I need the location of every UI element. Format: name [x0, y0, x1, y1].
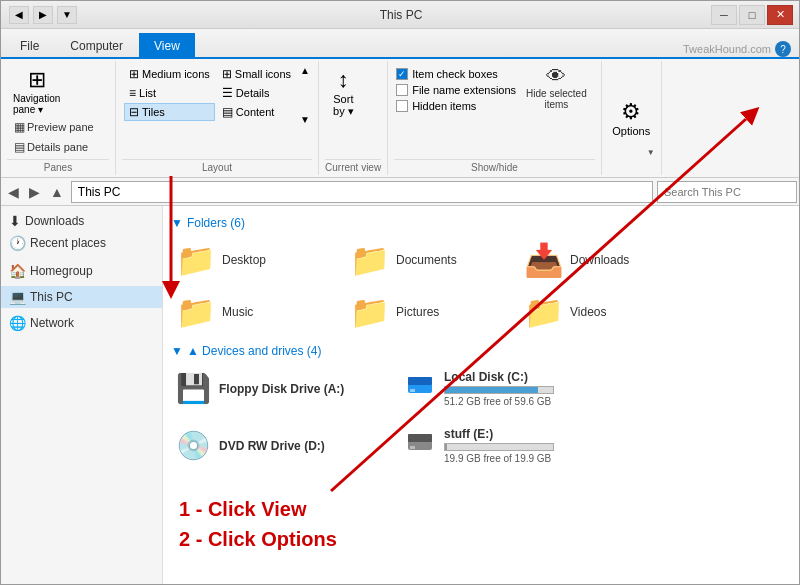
tiles-icon: ⊟	[129, 105, 139, 119]
item-check-boxes-toggle[interactable]: ✓ Item check boxes	[396, 67, 516, 81]
hidden-items-toggle[interactable]: Hidden items	[396, 99, 516, 113]
list-icon: ≡	[129, 86, 136, 100]
pictures-folder-icon: 📁	[350, 293, 390, 331]
e-drive-bar-bg	[444, 443, 554, 451]
layout-scroll-arrows: ▲ ▼	[298, 65, 310, 125]
videos-folder-icon: 📁	[524, 293, 564, 331]
drive-local-c[interactable]: Local Disk (C:) 51.2 GB free of 59.6 GB	[397, 364, 617, 413]
devices-header-label: ▲ Devices and drives (4)	[187, 344, 322, 358]
folder-downloads[interactable]: 📥 Downloads	[517, 236, 687, 284]
details-icon: ▤	[14, 140, 25, 154]
annotation-line1: 1 - Click View	[179, 494, 795, 524]
file-name-extensions-toggle[interactable]: File name extensions	[396, 83, 516, 97]
ribbon-group-layout: ⊞ Medium icons ≡ List ⊟ Tiles ⊞	[116, 61, 319, 175]
layout-item-tiles[interactable]: ⊟ Tiles	[124, 103, 215, 121]
forward-button[interactable]: ▶	[26, 184, 43, 200]
devices-collapse-arrow: ▼	[171, 344, 183, 358]
sidebar-item-homegroup[interactable]: 🏠 Homegroup	[1, 260, 162, 282]
sort-by-btn[interactable]: ↕ Sortby ▾	[327, 65, 360, 120]
show-hide-label: Show/hide	[394, 159, 595, 173]
tab-view[interactable]: View	[139, 33, 195, 57]
medium-icons-icon: ⊞	[129, 67, 139, 81]
minimize-button[interactable]: ─	[711, 5, 737, 25]
folders-section-header[interactable]: ▼ Folders (6)	[169, 212, 795, 232]
c-drive-bar-fill	[445, 387, 538, 393]
c-drive-bar-bg	[444, 386, 554, 394]
layout-group-label: Layout	[122, 159, 312, 173]
devices-section-header[interactable]: ▼ ▲ Devices and drives (4)	[169, 340, 795, 360]
hide-selected-btn[interactable]: 👁 Hide selecteditems	[520, 65, 593, 110]
file-area: ▼ Folders (6) 📁 Desktop 📁 Documents 📥 Do…	[163, 206, 800, 585]
folder-pictures[interactable]: 📁 Pictures	[343, 288, 513, 336]
tab-file[interactable]: File	[5, 33, 54, 57]
ribbon-group-panes: ⊞ Navigationpane ▾ ▦ Preview pane ▤ Deta…	[1, 61, 116, 175]
qa-back[interactable]: ◀	[9, 6, 29, 24]
stuff-drive-icon	[404, 426, 436, 465]
recent-places-icon: 🕐	[9, 235, 26, 251]
sidebar-item-this-pc[interactable]: 💻 This PC	[1, 286, 162, 308]
address-bar: ◀ ▶ ▲	[1, 178, 800, 206]
options-button[interactable]: ⚙ Options ▼	[602, 61, 662, 175]
ribbon: ⊞ Navigationpane ▾ ▦ Preview pane ▤ Deta…	[1, 59, 800, 178]
navigation-pane-btn[interactable]: ⊞ Navigationpane ▾	[9, 65, 64, 117]
maximize-button[interactable]: □	[739, 5, 765, 25]
ribbon-group-show-hide: ✓ Item check boxes File name extensions …	[388, 61, 602, 175]
ribbon-tab-bar: File Computer View TweakHound.com ?	[1, 29, 800, 59]
nav-pane-label: Navigationpane ▾	[13, 93, 60, 115]
drive-dvd-d[interactable]: 💿 DVD RW Drive (D:)	[169, 421, 389, 470]
sidebar-item-downloads[interactable]: ⬇ Downloads	[1, 210, 162, 232]
homegroup-icon: 🏠	[9, 263, 26, 279]
folder-documents[interactable]: 📁 Documents	[343, 236, 513, 284]
close-button[interactable]: ✕	[767, 5, 793, 25]
sidebar-item-network[interactable]: 🌐 Network	[1, 312, 162, 334]
options-dropdown-arrow: ▼	[647, 148, 655, 157]
sidebar-item-recent-places[interactable]: 🕐 Recent places	[1, 232, 162, 254]
preview-pane-btn[interactable]: ▦ Preview pane	[9, 117, 99, 137]
folder-icon: 📁	[350, 241, 390, 279]
scroll-up-arrow[interactable]: ▲	[300, 65, 310, 76]
ribbon-group-current-view: ↕ Sortby ▾ Current view	[319, 61, 388, 175]
folder-music[interactable]: 📁 Music	[169, 288, 339, 336]
qa-dropdown[interactable]: ▼	[57, 6, 77, 24]
qa-forward[interactable]: ▶	[33, 6, 53, 24]
folders-collapse-arrow: ▼	[171, 216, 183, 230]
svg-rect-2	[410, 389, 415, 392]
details-layout-icon: ☰	[222, 86, 233, 100]
window-controls: ─ □ ✕	[711, 5, 793, 25]
options-label: Options	[612, 125, 650, 137]
nav-pane-icon: ⊞	[28, 67, 46, 93]
layout-item-list[interactable]: ≡ List	[124, 84, 215, 102]
back-button[interactable]: ◀	[5, 184, 22, 200]
drive-stuff-e[interactable]: stuff (E:) 19.9 GB free of 19.9 GB	[397, 421, 617, 470]
folder-videos[interactable]: 📁 Videos	[517, 288, 687, 336]
layout-item-content[interactable]: ▤ Content	[217, 103, 296, 121]
annotation-block: 1 - Click View 2 - Click Options	[169, 494, 795, 554]
content-icon: ▤	[222, 105, 233, 119]
layout-item-medium-icons[interactable]: ⊞ Medium icons	[124, 65, 215, 83]
this-pc-icon: 💻	[9, 289, 26, 305]
annotation-text: 1 - Click View 2 - Click Options	[179, 494, 795, 554]
panes-group-label: Panes	[7, 159, 109, 173]
scroll-down-arrow[interactable]: ▼	[300, 114, 310, 125]
drive-floppy[interactable]: 💾 Floppy Disk Drive (A:)	[169, 364, 389, 413]
file-ext-cb	[396, 84, 408, 96]
drives-grid: 💾 Floppy Disk Drive (A:) Local Disk (C:)	[169, 360, 795, 474]
layout-item-details[interactable]: ☰ Details	[217, 84, 296, 102]
help-icon[interactable]: ?	[775, 41, 791, 57]
tab-computer[interactable]: Computer	[55, 33, 138, 57]
sidebar: ⬇ Downloads 🕐 Recent places 🏠 Homegroup …	[1, 206, 163, 585]
up-button[interactable]: ▲	[47, 184, 67, 200]
local-disk-icon	[404, 369, 436, 408]
sort-label: Sortby ▾	[333, 93, 354, 118]
preview-icon: ▦	[14, 120, 25, 134]
tweakhound-watermark: TweakHound.com	[683, 43, 771, 55]
details-pane-btn[interactable]: ▤ Details pane	[9, 137, 93, 157]
layout-item-small-icons[interactable]: ⊞ Small icons	[217, 65, 296, 83]
svg-rect-1	[408, 377, 432, 385]
address-field[interactable]	[71, 181, 653, 203]
hide-selected-icon: 👁	[546, 65, 566, 88]
search-field[interactable]	[657, 181, 797, 203]
svg-rect-4	[408, 434, 432, 442]
main-area: ⬇ Downloads 🕐 Recent places 🏠 Homegroup …	[1, 206, 800, 585]
folder-desktop[interactable]: 📁 Desktop	[169, 236, 339, 284]
